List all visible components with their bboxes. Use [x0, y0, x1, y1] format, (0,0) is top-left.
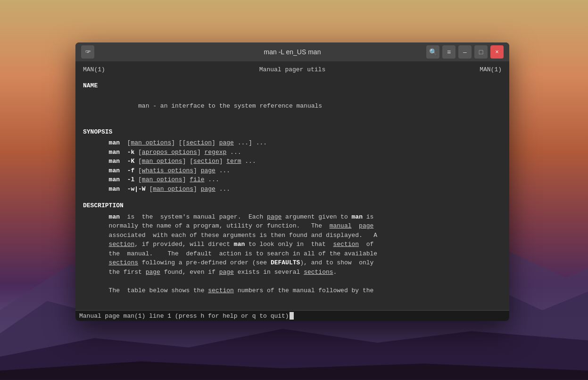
synopsis-line-2: man -k [apropos options] regexp ... [83, 148, 502, 157]
cursor [290, 312, 294, 320]
close-button[interactable]: × [490, 45, 504, 59]
minimize-icon: – [463, 48, 467, 56]
synopsis-line-1: man [man options] [[section] page ...] .… [83, 138, 502, 148]
maximize-button[interactable]: □ [474, 45, 488, 59]
synopsis-line-6: man -w|-W [man options] page ... [83, 185, 502, 194]
minimize-button[interactable]: – [458, 45, 472, 59]
close-icon: × [495, 49, 498, 55]
synopsis-section-heading: SYNOPSIS [83, 127, 502, 137]
desc-line-9: The table below shows the section number… [83, 286, 502, 296]
desc-line-4: section, if provided, will direct man to… [83, 240, 502, 249]
desc-line-2: normally the name of a program, utility … [83, 221, 502, 231]
menu-icon: ≡ [447, 48, 451, 56]
header-right: MAN(1) [480, 65, 502, 75]
search-button[interactable]: 🔍 [426, 45, 439, 59]
header-left: MAN(1) [83, 65, 105, 75]
pin-icon: 🖙 [84, 48, 91, 56]
pin-button[interactable]: 🖙 [81, 45, 94, 59]
menu-button[interactable]: ≡ [442, 45, 455, 59]
desc-line-1: man is the system's manual pager. Each p… [83, 212, 502, 222]
synopsis-line-5: man -l [man options] file ... [83, 175, 502, 185]
desc-line-6: sections following a pre-defined order (… [83, 258, 502, 268]
terminal-content: MAN(1) Manual pager utils MAN(1) NAME ma… [75, 61, 509, 321]
title-bar-controls: 🔍 ≡ – □ × [426, 45, 504, 59]
desc-line-7: the first page found, even if page exist… [83, 268, 502, 277]
man-page-header: MAN(1) Manual pager utils MAN(1) [83, 65, 502, 75]
desc-line-8 [83, 277, 502, 286]
desc-line-5: the manual. The default action is to sea… [83, 249, 502, 259]
desc-line-3: associated with each of these arguments … [83, 231, 502, 240]
synopsis-line-4: man -f [whatis options] page ... [83, 166, 502, 176]
status-bar: Manual page man(1) line 1 (press h for h… [75, 310, 509, 321]
status-text: Manual page man(1) line 1 (press h for h… [79, 312, 289, 320]
maximize-icon: □ [479, 48, 483, 56]
header-center: Manual pager utils [259, 65, 325, 75]
terminal-window: 🖙 man -L en_US man 🔍 ≡ – □ × [75, 42, 509, 321]
description-section-heading: DESCRIPTION [83, 201, 502, 211]
title-bar-left: 🖙 [81, 45, 94, 59]
search-icon: 🔍 [429, 48, 437, 56]
name-description: man - an interface to the system referen… [83, 92, 502, 120]
title-bar: 🖙 man -L en_US man 🔍 ≡ – □ × [75, 42, 509, 61]
window-title: man -L en_US man [264, 48, 321, 56]
man-page-content[interactable]: MAN(1) Manual pager utils MAN(1) NAME ma… [75, 61, 509, 310]
synopsis-line-3: man -K [man options] [section] term ... [83, 157, 502, 166]
name-section-heading: NAME [83, 81, 502, 91]
